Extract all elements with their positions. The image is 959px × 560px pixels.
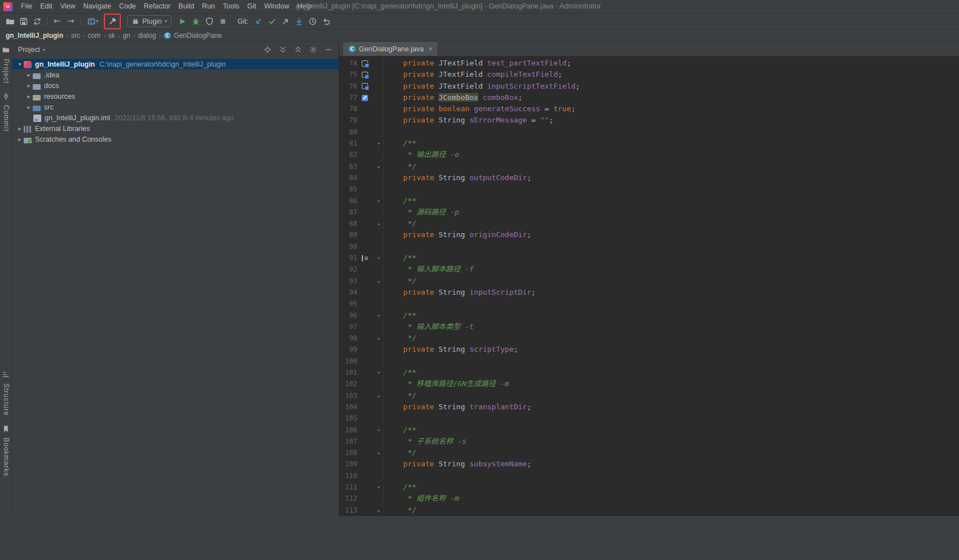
fetch-button[interactable] [292, 15, 306, 28]
menu-git[interactable]: Git [243, 0, 260, 13]
fold-start-icon[interactable]: ▾ [374, 425, 383, 436]
forward-button[interactable]: → [64, 15, 77, 28]
fold-end-icon[interactable]: ▴ [374, 447, 383, 458]
breadcrumb-com[interactable]: com [86, 32, 102, 40]
chevron-right-icon[interactable]: ▸ [25, 104, 33, 110]
debug-button[interactable] [189, 15, 203, 28]
history-button[interactable] [306, 15, 319, 28]
app-logo-icon[interactable]: IJ [3, 2, 12, 11]
tool-window-button-commit[interactable]: Commit [2, 93, 10, 132]
update-project-button[interactable] [252, 15, 265, 28]
tree-item-external-libraries[interactable]: ▸External Libraries [12, 123, 339, 134]
code-line-97[interactable]: 97 * 输入脚本类型 -t [339, 321, 959, 333]
edited-marker-icon[interactable] [362, 72, 368, 78]
code-line-92[interactable]: 92 * 输入脚本路径 -f [339, 264, 959, 275]
code-line-84[interactable]: 84 private String outputCodeDir; [339, 172, 959, 183]
tree-item-scratches-and-consoles[interactable]: ▸Scratches and Consoles [12, 134, 339, 145]
chevron-right-icon[interactable]: ▸ [25, 82, 33, 89]
menu-edit[interactable]: Edit [36, 0, 56, 13]
code-line-82[interactable]: 82 * 输出路径 -o [339, 149, 959, 160]
fold-end-icon[interactable]: ▴ [374, 161, 383, 172]
code-line-104[interactable]: 104 private String transplantDir; [339, 401, 959, 413]
stop-button[interactable] [216, 15, 230, 28]
edited-marker-icon[interactable] [362, 60, 368, 67]
tool-window-button-bookmarks[interactable]: Bookmarks [2, 425, 10, 476]
expand-all-button[interactable] [278, 45, 287, 54]
run-button[interactable] [176, 15, 189, 28]
code-line-91[interactable]: 91≡▾ /** [339, 252, 959, 264]
tab-close-icon[interactable]: × [428, 45, 433, 53]
code-line-90[interactable]: 90 [339, 241, 959, 252]
hide-panel-button[interactable] [324, 45, 333, 54]
fold-end-icon[interactable]: ▴ [374, 275, 383, 287]
tree-item-gn-intellij-plugin-iml[interactable]: gn_IntelliJ_plugin.iml2022/11/8 15:56, 6… [12, 112, 339, 123]
coverage-button[interactable] [203, 15, 216, 28]
tree-item-resources[interactable]: ▸resources [12, 91, 339, 102]
menu-run[interactable]: Run [198, 0, 219, 13]
code-line-109[interactable]: 109 private String subsystemName; [339, 458, 959, 470]
chevron-down-icon[interactable]: ▾ [16, 61, 24, 67]
menu-navigate[interactable]: Navigate [80, 0, 115, 13]
breadcrumb-gn[interactable]: gn [121, 32, 131, 40]
project-panel-title[interactable]: Project ▾ [18, 46, 45, 54]
tree-item-gn-intellij-plugin[interactable]: ▾gn_IntelliJ_pluginC:\napi_generator\hdc… [12, 59, 339, 69]
code-line-87[interactable]: 87 * 源码路径 -p [339, 207, 959, 218]
code-editor[interactable]: 74 private JTextField test_partTextField… [339, 56, 959, 516]
fold-end-icon[interactable]: ▴ [374, 218, 383, 229]
code-line-111[interactable]: 111▾ /** [339, 482, 959, 493]
code-line-96[interactable]: 96▾ /** [339, 310, 959, 321]
collapse-all-button[interactable] [294, 45, 303, 54]
back-button[interactable]: ← [50, 15, 64, 28]
editor-tab-gendialogpane[interactable]: C GenDialogPane.java × [343, 42, 437, 56]
commit-button[interactable] [265, 15, 279, 28]
tool-window-button-project[interactable]: Project [2, 46, 10, 84]
menu-build[interactable]: Build [174, 0, 198, 13]
code-line-107[interactable]: 107 * 子系统名称 -s [339, 436, 959, 447]
code-line-79[interactable]: 79 private String sErrorMessage = ""; [339, 115, 959, 126]
fold-end-icon[interactable]: ▴ [374, 390, 383, 401]
menu-refactor[interactable]: Refactor [140, 0, 174, 13]
settings-button[interactable] [309, 45, 318, 54]
code-line-75[interactable]: 75 private JTextField compileTextField; [339, 69, 959, 80]
chevron-right-icon[interactable]: ▸ [25, 93, 33, 99]
plugin-config-combo[interactable]: Plugin ▾ [127, 15, 172, 27]
code-line-77[interactable]: 77 private JComboBox comboBox; [339, 92, 959, 103]
code-line-106[interactable]: 106▾ /** [339, 425, 959, 436]
fold-start-icon[interactable]: ▾ [374, 252, 383, 264]
code-line-102[interactable]: 102 * 移植库路径/GN生成路径 -m [339, 378, 959, 390]
breadcrumb-dialog[interactable]: dialog [137, 32, 157, 40]
save-all-button[interactable] [17, 15, 30, 28]
fold-start-icon[interactable]: ▾ [374, 482, 383, 493]
code-line-103[interactable]: 103▴ */ [339, 390, 959, 401]
push-button[interactable] [279, 15, 292, 28]
code-line-99[interactable]: 99 private String scriptType; [339, 344, 959, 355]
menu-code[interactable]: Code [115, 0, 140, 13]
build-button[interactable] [106, 15, 119, 28]
breadcrumb-sk[interactable]: sk [107, 32, 116, 40]
code-line-76[interactable]: 76 private JTextField inputScriptTextFie… [339, 81, 959, 92]
code-line-94[interactable]: 94 private String inputScriptDir; [339, 287, 959, 298]
code-line-74[interactable]: 74 private JTextField test_partTextField… [339, 58, 959, 69]
code-line-83[interactable]: 83▴ */ [339, 161, 959, 172]
code-line-98[interactable]: 98▴ */ [339, 333, 959, 344]
format-marker-icon[interactable]: ≡ [362, 255, 370, 261]
code-line-112[interactable]: 112 * 组件名称 -m [339, 493, 959, 504]
run-config-selector[interactable]: ▾ [84, 15, 102, 28]
edited-marker-icon[interactable] [362, 95, 368, 101]
menu-file[interactable]: File [17, 0, 36, 13]
code-line-95[interactable]: 95 [339, 298, 959, 309]
code-line-93[interactable]: 93▴ */ [339, 275, 959, 287]
sync-button[interactable] [30, 15, 44, 28]
menu-window[interactable]: Window [260, 0, 293, 13]
code-line-89[interactable]: 89 private String originCodeDir; [339, 229, 959, 240]
rollback-button[interactable] [319, 15, 333, 28]
fold-start-icon[interactable]: ▾ [374, 310, 383, 321]
chevron-right-icon[interactable]: ▸ [16, 136, 24, 142]
open-button[interactable] [3, 15, 17, 28]
fold-end-icon[interactable]: ▴ [374, 333, 383, 344]
locate-file-button[interactable] [263, 45, 272, 54]
code-line-113[interactable]: 113▴ */ [339, 505, 959, 516]
code-line-110[interactable]: 110 [339, 470, 959, 482]
tree-item-src[interactable]: ▸src [12, 102, 339, 112]
code-line-85[interactable]: 85 [339, 183, 959, 195]
